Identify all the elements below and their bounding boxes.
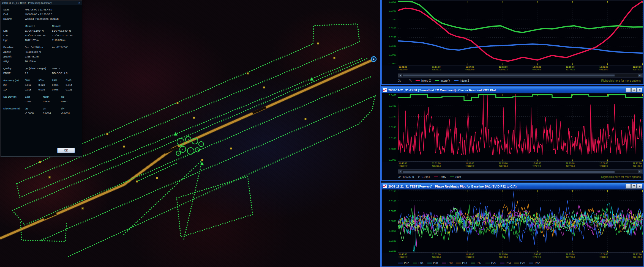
legend-item[interactable]: RMS	[434, 175, 446, 178]
legend-item[interactable]: P04	[413, 262, 424, 265]
y-axis-tick-label: 0.0080	[382, 148, 396, 150]
waypoint-marker[interactable]	[49, 177, 51, 178]
scrollbar-thumb[interactable]	[403, 75, 615, 76]
x-axis-tick: 11:45:00495900.0	[398, 162, 407, 169]
legend-item[interactable]: P08	[427, 262, 438, 265]
plot-area[interactable]	[398, 190, 643, 253]
carrier-rms-chart: 0.04800.04000.03200.02400.01600.00800.00…	[382, 93, 643, 180]
map-view[interactable]: 2008-11-21_31-TEST - Processing Summary …	[0, 0, 380, 267]
x-axis-tick: 11:45:00495900.0	[398, 66, 407, 73]
window-titlebar[interactable]: 2008-11-21_31-TEST [Smoothed TC Combined…	[382, 87, 643, 93]
minimize-button[interactable]: _	[626, 88, 631, 92]
legend-item[interactable]: P17	[471, 262, 482, 265]
scroll-left-button[interactable]: ◄	[398, 74, 402, 77]
waypoint-marker[interactable]	[230, 148, 232, 150]
legend-label: P10	[447, 262, 452, 265]
maximize-button[interactable]: ❐	[631, 184, 637, 189]
dialog-header-row: Master 1Remote	[3, 24, 79, 28]
dialog-row: 2D0.0120.0230.0310.014	[3, 82, 79, 87]
x-axis-tick: 12:03:00496980.0	[499, 253, 508, 260]
y-axis-tick-label: -0.0050	[382, 230, 396, 232]
waypoint-marker[interactable]	[193, 117, 195, 119]
legend-label: P13	[462, 262, 467, 265]
road-gap	[253, 107, 266, 113]
waypoint-marker[interactable]	[39, 161, 41, 163]
legend-swatch	[416, 80, 420, 81]
window-carrier-rms-plot: 2008-11-21_31-TEST [Smoothed TC Combined…	[381, 86, 644, 181]
scroll-right-button[interactable]: ►	[638, 74, 642, 77]
close-button[interactable]: ✕	[637, 184, 642, 189]
waypoint-marker[interactable]	[123, 146, 125, 148]
legend-label: P23	[506, 262, 511, 265]
waypoint-marker[interactable]	[317, 43, 319, 45]
legend-item[interactable]: Interp Y	[435, 79, 450, 82]
legend-item[interactable]: P32	[529, 262, 540, 265]
close-button[interactable]: ✕	[637, 88, 642, 92]
legend-label: P02	[404, 262, 409, 265]
waypoint-marker[interactable]	[201, 159, 203, 161]
scrollbar-thumb[interactable]	[403, 171, 615, 173]
dialog-row	[3, 42, 79, 45]
dialog-row: Quality:Q1 (Fixed Integer)Sats: 8	[3, 66, 79, 71]
ok-button[interactable]: OK	[57, 148, 75, 153]
y-axis-tick-label: 0.0250	[382, 18, 396, 21]
legend-item[interactable]: Interp X	[416, 79, 431, 82]
legend-item[interactable]: P28	[514, 262, 525, 265]
plot-scrollbar[interactable]: ◄►	[398, 73, 643, 78]
waypoint-marker[interactable]	[156, 177, 158, 179]
scroll-right-button[interactable]: ►	[638, 170, 642, 173]
maximize-button[interactable]: ❐	[631, 88, 637, 92]
legend-swatch	[450, 177, 454, 177]
dialog-titlebar[interactable]: 2008-11-21_31-TEST - Processing Summary …	[1, 1, 82, 5]
minimize-button[interactable]: _	[626, 184, 631, 189]
legend-label: P28	[520, 262, 525, 265]
legend-label: P04	[419, 262, 424, 265]
waypoint-marker[interactable]	[263, 87, 265, 89]
waypoint-marker[interactable]	[247, 73, 249, 75]
scrollbar-track[interactable]	[403, 74, 638, 77]
plot-scrollbar[interactable]: ◄►	[398, 169, 643, 174]
dialog-title: 2008-11-21_31-TEST - Processing Summary	[2, 2, 52, 4]
window-title: 2008-11-21_31-TEST [Smoothed TC Combined…	[388, 89, 624, 92]
legend-label: Sats	[455, 175, 461, 178]
x-axis-tick: 12:03:00496980.0	[499, 162, 508, 169]
legend-item[interactable]: Interp Z	[454, 79, 469, 82]
survey-line	[41, 96, 376, 240]
window-phase-residuals-plot: 2008-11-21_31-TEST [Forward] - Phase Res…	[381, 183, 644, 267]
station-marker[interactable]	[174, 132, 178, 136]
dialog-row: End:498636.00 s 12:30:36.0	[3, 12, 79, 16]
legend-item[interactable]: P23	[500, 262, 511, 265]
scroll-left-button[interactable]: ◄	[398, 170, 402, 173]
legend-item[interactable]: P10	[442, 262, 452, 265]
waypoint-marker[interactable]	[107, 133, 108, 135]
legend-item[interactable]: Sats	[450, 175, 461, 178]
legend-item[interactable]: P02	[398, 262, 409, 265]
x-axis-tick: 11:51:00496260.0	[432, 66, 441, 73]
waypoint-marker[interactable]	[177, 102, 179, 104]
legend-item[interactable]: P20	[485, 262, 496, 265]
plot-area[interactable]	[398, 94, 643, 162]
y-axis-tick-label: 0.0320	[382, 115, 396, 118]
scrollbar-track[interactable]	[403, 170, 638, 173]
x-axis-tick: 12:27:00498420.0	[633, 66, 642, 73]
waypoint-marker[interactable]	[305, 118, 307, 120]
dialog-close-icon[interactable]: ✕	[78, 2, 80, 4]
x-axis-tick: 12:21:00498060.0	[599, 253, 608, 260]
plot-windows-panel: 0.03500.03000.02500.02000.01500.01000.00…	[380, 0, 644, 267]
legend-swatch	[434, 177, 438, 177]
x-axis-tick: 11:51:00496260.0	[432, 253, 441, 260]
waypoint-marker[interactable]	[82, 208, 84, 210]
waypoint-marker[interactable]	[334, 57, 335, 59]
x-axis-tick: 11:57:00496620.0	[465, 162, 474, 169]
waypoint-marker[interactable]	[136, 181, 138, 183]
survey-line	[17, 184, 20, 197]
legend-swatch	[442, 263, 446, 263]
x-axis-tick: 12:03:00496980.0	[499, 66, 508, 73]
y-axis-labels: 0.01500.01000.00500.0000-0.0050-0.0100-0…	[382, 189, 398, 253]
plot-area[interactable]	[398, 1, 643, 65]
legend-item[interactable]: P13	[456, 262, 467, 265]
y-axis-tick-label: -0.0100	[382, 240, 396, 242]
window-titlebar[interactable]: 2008-11-21_31-TEST [Forward] - Phase Res…	[382, 183, 643, 189]
window-separation-plot: 0.03500.03000.02500.02000.01500.01000.00…	[381, 0, 644, 85]
series-interp-z	[398, 41, 643, 53]
